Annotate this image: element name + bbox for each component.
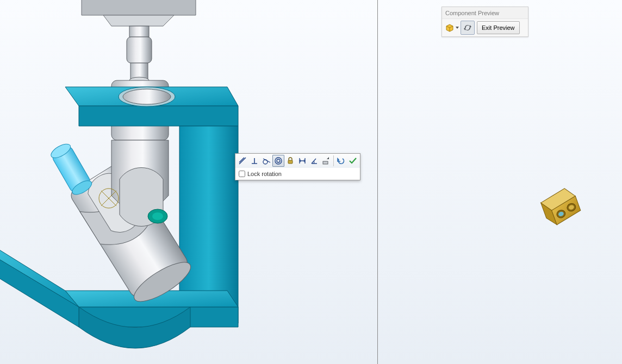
distance-mate-icon	[297, 156, 307, 166]
svg-rect-1	[127, 37, 152, 63]
preview-viewport[interactable]	[378, 0, 622, 364]
sync-icon	[463, 23, 472, 32]
undo-mate-button[interactable]	[335, 155, 347, 167]
tangent-mate-icon	[262, 156, 271, 166]
angle-mate-button[interactable]	[308, 155, 320, 167]
svg-point-22	[277, 159, 280, 162]
svg-point-11	[152, 212, 163, 220]
tangent-mate-button[interactable]	[260, 155, 272, 167]
toolbar-separator	[333, 155, 334, 166]
component-box-dropdown[interactable]	[444, 21, 459, 35]
svg-rect-0	[129, 26, 149, 37]
lock-mate-button[interactable]	[284, 155, 296, 167]
concentric-mate-icon	[273, 156, 283, 166]
panel-title: Component Preview	[442, 7, 528, 19]
lock-rotation-checkbox[interactable]	[239, 171, 245, 177]
assembly-3d-model	[0, 0, 266, 364]
concentric-mate-button[interactable]	[272, 155, 284, 167]
svg-point-21	[275, 158, 282, 164]
distance-mate-button[interactable]	[296, 155, 308, 167]
coincident-mate-button[interactable]	[237, 155, 248, 167]
flip-mate-alignment-button[interactable]	[320, 155, 332, 167]
ok-icon	[348, 156, 358, 166]
mate-toolbar-row	[235, 154, 360, 168]
perpendicular-mate-button[interactable]	[248, 155, 260, 167]
ok-mate-button[interactable]	[347, 155, 359, 167]
sync-views-button[interactable]	[461, 21, 475, 35]
svg-point-7	[123, 89, 171, 104]
lock-rotation-row: Lock rotation	[235, 168, 360, 180]
main-viewport[interactable]	[0, 0, 377, 364]
flip-mate-alignment-icon	[321, 156, 331, 166]
panel-toolbar: Exit Preview	[442, 19, 528, 36]
component-preview-panel: Component Preview Exit Preview	[441, 7, 528, 37]
undo-icon	[336, 156, 346, 166]
angle-mate-icon	[309, 156, 319, 166]
svg-rect-23	[288, 160, 293, 164]
perpendicular-mate-icon	[250, 156, 259, 166]
svg-rect-24	[323, 161, 328, 164]
coincident-mate-icon	[238, 156, 247, 166]
lock-rotation-label: Lock rotation	[247, 171, 282, 177]
caret-down-icon	[456, 27, 459, 29]
mate-context-toolbar: Lock rotation	[235, 153, 360, 180]
exit-preview-button[interactable]: Exit Preview	[477, 21, 520, 34]
component-box-icon	[445, 23, 455, 33]
lock-mate-icon	[285, 156, 295, 166]
preview-component-3d	[535, 185, 584, 228]
